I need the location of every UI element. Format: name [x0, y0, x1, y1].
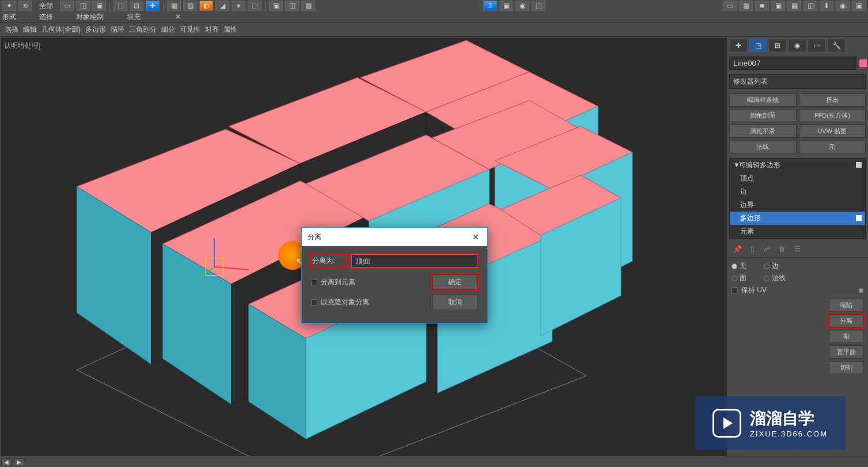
dialog-titlebar[interactable]: 分离 ✕	[302, 228, 487, 246]
btn-cut[interactable]: 割	[829, 330, 863, 343]
second-row-object-paint: 对象绘制	[76, 12, 104, 22]
tool-icon-18[interactable]: ⬚	[532, 1, 545, 11]
btn-normal[interactable]: 法线	[729, 140, 797, 153]
tool-icon-24[interactable]: ◫	[803, 1, 817, 11]
tool-icon-12[interactable]: ⬚	[248, 1, 261, 11]
viewport-label: 认明暗处理]	[4, 41, 40, 51]
bottom-next[interactable]: ▶	[14, 458, 24, 466]
btn-slice-plane[interactable]: 置平面	[829, 345, 863, 359]
tool-icon-26[interactable]: ◉	[836, 1, 850, 11]
watermark-title: 溜溜自学	[750, 408, 828, 430]
stack-vertex[interactable]: 顶点	[730, 172, 865, 185]
stack-element[interactable]: 元素	[730, 225, 865, 238]
tool-icon-11[interactable]: ▾	[232, 1, 245, 11]
detach-as-input[interactable]	[351, 254, 478, 268]
btn-uvw-map[interactable]: UVW 贴图	[799, 125, 866, 138]
radio-none[interactable]	[731, 263, 737, 269]
object-color-swatch[interactable]	[859, 59, 868, 68]
btn-slice[interactable]: 切割	[829, 361, 863, 374]
tool-icon-25[interactable]: ⬇	[820, 1, 833, 11]
btn-shell[interactable]: 壳	[799, 140, 866, 153]
stack-tool-config[interactable]: ☰	[791, 243, 803, 255]
second-row-close-icon[interactable]: ✕	[175, 13, 181, 21]
menu-visibility[interactable]: 可见性	[177, 22, 203, 37]
tool-icon-10[interactable]: ◢	[215, 1, 229, 11]
tool-icon-5[interactable]: ▣	[92, 1, 106, 11]
tool-icon-2[interactable]: ≋	[18, 1, 32, 11]
menu-select[interactable]: 选择	[2, 22, 21, 37]
preserve-uv-checkbox[interactable]	[731, 287, 738, 293]
stack-border[interactable]: 边界	[730, 198, 865, 212]
tab-modify[interactable]: ◳	[749, 39, 767, 52]
tool-icon-19[interactable]: ▭	[723, 1, 737, 11]
tool-icon-1[interactable]: ✦	[2, 1, 16, 11]
dialog-close-button[interactable]: ✕	[470, 231, 482, 243]
stack-edge[interactable]: 边	[730, 185, 865, 198]
tool-icon-6[interactable]: ⬚	[113, 1, 127, 11]
menu-polygon[interactable]: 多边形	[83, 22, 108, 37]
dialog-cancel-button[interactable]: 取消	[432, 295, 478, 310]
stack-editable-poly[interactable]: ▼可编辑多边形	[730, 159, 865, 172]
detach-dialog: 分离 ✕ 分离为: 分离到元素 确定	[301, 227, 488, 323]
tool-icon-22[interactable]: ▣	[771, 1, 785, 11]
stack-tool-unique[interactable]: ☍	[761, 243, 773, 255]
tool-icon-16[interactable]: ▣	[499, 1, 513, 11]
btn-detach[interactable]: 分离	[829, 314, 863, 327]
tool-icon-3[interactable]: ▭	[60, 1, 74, 11]
second-row: 形式 选择 对象绘制 填充 ✕	[0, 12, 868, 22]
viewport[interactable]: 认明暗处理]	[0, 37, 726, 457]
tool-icon-20[interactable]: ▦	[739, 1, 753, 11]
tool-icon-8[interactable]: ▦	[167, 1, 181, 11]
menu-properties[interactable]: 属性	[221, 22, 240, 37]
modifier-stack[interactable]: ▼可编辑多边形 顶点 边 边界 多边形 元素	[729, 158, 866, 239]
menu-loop[interactable]: 循环	[108, 22, 127, 37]
btn-extrude[interactable]: 挤出	[799, 93, 866, 107]
tool-icon-27[interactable]: ▣	[852, 1, 866, 11]
tab-hierarchy[interactable]: ⊞	[768, 39, 787, 52]
bottom-prev[interactable]: ◀	[1, 458, 12, 466]
menu-align[interactable]: 对齐	[203, 22, 221, 37]
btn-collapse[interactable]: 塌陷	[829, 299, 863, 312]
radio-normal[interactable]	[764, 276, 770, 281]
dialog-ok-button[interactable]: 确定	[432, 274, 478, 290]
stack-toolbar: 📌 ▯ ☍ 🗑 ☰	[727, 241, 868, 257]
tab-motion[interactable]: ◉	[788, 39, 806, 52]
tool-icon-21[interactable]: ≣	[755, 1, 769, 11]
tool-icon-17[interactable]: ◉	[516, 1, 529, 11]
detach-as-clone-checkbox[interactable]	[311, 299, 317, 306]
watermark-play-icon	[712, 409, 741, 438]
menu-edit[interactable]: 编辑	[21, 22, 39, 37]
object-name-input[interactable]	[729, 57, 856, 70]
stack-tool-delete[interactable]: 🗑	[776, 243, 788, 255]
tool-icon-23[interactable]: ▦	[787, 1, 801, 11]
stack-tool-show[interactable]: ▯	[746, 243, 758, 255]
menu-geometry-all[interactable]: 几何体(全部)	[39, 22, 83, 37]
tab-create[interactable]: ✚	[729, 39, 748, 52]
detach-to-element-label: 分离到元素	[321, 277, 355, 287]
tool-icon-user[interactable]: 3	[483, 1, 497, 11]
tool-icon-7[interactable]: ⊡	[130, 1, 143, 11]
menu-subdivide[interactable]: 细分	[159, 22, 177, 37]
btn-ffd-box[interactable]: FFD(长方体)	[799, 109, 866, 122]
modifier-list-dropdown[interactable]: 修改器列表	[729, 74, 866, 89]
detach-to-element-checkbox[interactable]	[311, 279, 317, 285]
detach-as-clone-label: 以克隆对象分离	[321, 297, 369, 307]
stack-polygon[interactable]: 多边形	[730, 212, 865, 225]
tool-icon-4[interactable]: ◫	[76, 1, 90, 11]
tab-utilities[interactable]: 🔧	[827, 39, 846, 52]
btn-chamfer-profile[interactable]: 倒角剖面	[729, 109, 797, 122]
tool-icon-orange[interactable]: ◐	[199, 1, 213, 11]
btn-turbosmooth[interactable]: 涡轮平滑	[729, 125, 797, 138]
tab-display[interactable]: ▭	[808, 39, 826, 52]
preserve-uv-settings[interactable]	[859, 288, 863, 293]
menu-triangulate[interactable]: 三角剖分	[127, 22, 159, 37]
tool-icon-9[interactable]: ▨	[183, 1, 197, 11]
stack-tool-pin[interactable]: 📌	[731, 243, 743, 255]
btn-edit-spline[interactable]: 编辑样条线	[729, 93, 797, 107]
radio-face[interactable]	[731, 276, 737, 281]
tool-icon-14[interactable]: ◫	[285, 1, 299, 11]
tool-icon-puzzle[interactable]: ✚	[146, 1, 160, 11]
tool-icon-15[interactable]: ▦	[301, 1, 315, 11]
tool-icon-13[interactable]: ▣	[269, 1, 283, 11]
radio-edge[interactable]	[764, 263, 770, 269]
